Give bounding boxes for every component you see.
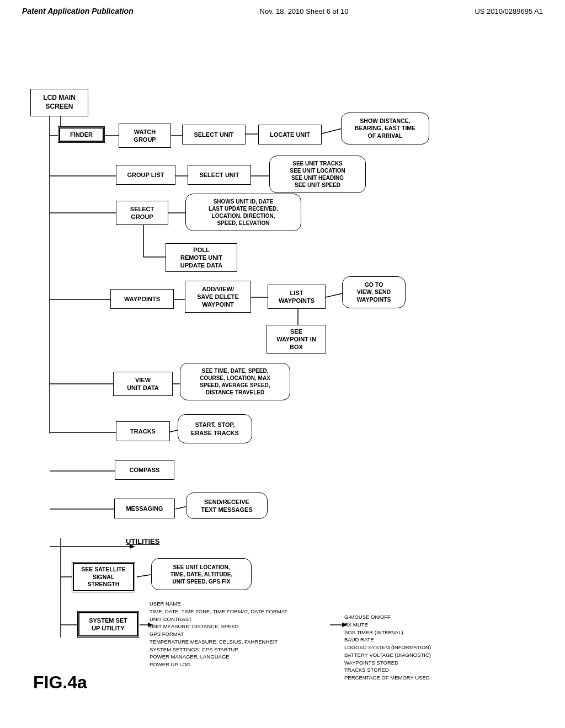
view-unit-data-box: VIEW UNIT DATA [113, 372, 173, 396]
system-set-box: SYSTEM SET UP UTILITY [77, 611, 139, 638]
svg-line-23 [320, 129, 342, 134]
select-unit-1-box: SELECT UNIT [182, 125, 246, 144]
messaging-box: MESSAGING [114, 499, 175, 518]
fig-label: FIG.4a [33, 672, 87, 693]
system-set-list: USER NAME TIME, DATE: TIME ZONE, TIME FO… [146, 598, 331, 675]
group-list-box: GROUP LIST [116, 165, 175, 185]
see-waypoint-box: SEE WAYPOINT IN BOX [266, 325, 326, 354]
select-unit-2-box: SELECT UNIT [188, 165, 251, 185]
compass-box: COMPASS [115, 460, 174, 480]
show-distance-box: SHOW DISTANCE, BEARING, EAST TIME OF ARR… [341, 113, 429, 144]
see-time-date-box: SEE TIME, DATE, SPEED, COURSE, LOCATION,… [180, 363, 290, 400]
tracks-box: TRACKS [116, 421, 170, 441]
start-stop-box: START, STOP, ERASE TRACKS [178, 414, 252, 443]
waypoints-box: WAYPOINTS [110, 289, 174, 309]
header-publication: Patent Application Publication [22, 7, 134, 15]
see-satellite-box: SEE SATELLITE SIGNAL STRENGTH [72, 562, 135, 592]
utilities-label: UTILITIES [126, 537, 159, 545]
watch-group-box: WATCH GROUP [119, 124, 171, 148]
diagram-container: LCD MAIN SCREEN FINDER WATCH GROUP SELEC… [0, 20, 565, 715]
poll-remote-box: POLL REMOTE UNIT UPDATE DATA [166, 243, 237, 272]
list-waypoints-box: LIST WAYPOINTS [268, 285, 326, 309]
finder-box: FINDER [58, 126, 105, 143]
page-header: Patent Application Publication Nov. 18, … [0, 0, 565, 20]
addview-save-box: ADD/VIEW/ SAVE DELETE WAYPOINT [185, 281, 251, 313]
shows-unit-id-box: SHOWS UNIT ID, DATE LAST UPDATE RECEIVED… [185, 194, 301, 231]
go-to-view-box: GO TO VIEW, SEND WAYPOINTS [342, 276, 406, 308]
header-date-sheet: Nov. 18, 2010 Sheet 6 of 10 [260, 7, 349, 15]
see-unit-location-box: SEE UNIT LOCATION, TIME, DATE, ALTITUDE,… [151, 558, 252, 590]
system-set-right: G-MOUSE ON/OFF RX MUTE SOS TIMER (INTERV… [341, 611, 471, 688]
see-unit-tracks-box: SEE UNIT TRACKS SEE UNIT LOCATION SEE UN… [269, 156, 366, 193]
select-group-box: SELECT GROUP [116, 201, 168, 225]
send-receive-box: SEND/RECEIVE TEXT MESSAGES [186, 493, 268, 519]
locate-unit-box: LOCATE UNIT [258, 125, 322, 144]
header-patent-num: US 2010/0289695 A1 [475, 7, 543, 15]
lcd-main-screen-box: LCD MAIN SCREEN [30, 89, 88, 116]
